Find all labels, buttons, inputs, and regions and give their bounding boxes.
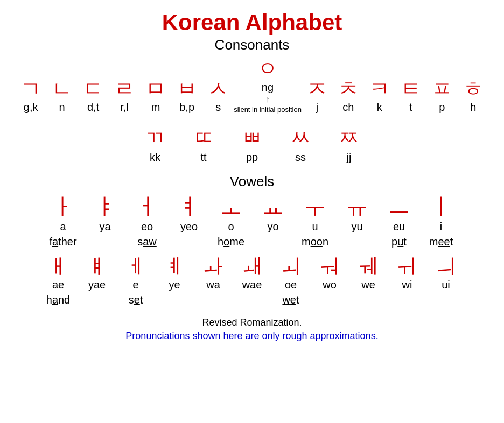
footnote-text: Revised Romanization. bbox=[11, 317, 493, 328]
vowels-row2-section: ㅐ ae ㅒ yae ㅔ e ㅖ ye ㅘ wa bbox=[11, 256, 493, 307]
vowel-eo: ㅓ eo bbox=[126, 194, 168, 233]
example-words-row1: father saw home moon put meet bbox=[11, 236, 493, 248]
consonant-tt: ㄸ tt bbox=[179, 125, 228, 164]
vowel-wae: ㅙ wae bbox=[233, 256, 271, 292]
consonant-gk: ㄱ g,k bbox=[15, 78, 46, 115]
vowel-we: ㅞ we bbox=[349, 256, 388, 292]
consonants-main-grid: ㄱ g,k ㄴ n ㄷ d,t ㄹ r,l ㅁ m ㅂ b,p ㅅ s ㅇ bbox=[11, 58, 493, 114]
consonant-dt: ㄷ d,t bbox=[78, 78, 109, 115]
vowel-wo: ㅝ wo bbox=[310, 256, 349, 292]
vowel-ya: ㅑ ya bbox=[84, 194, 126, 233]
ex-father: father bbox=[42, 236, 84, 248]
vowel-yae: ㅒ yae bbox=[78, 256, 116, 292]
consonant-ng: ㅇ ng ↑ silent in initial position bbox=[234, 58, 302, 114]
vowel-ye: ㅖ ye bbox=[155, 256, 194, 292]
vowel-oe: ㅚ oe bbox=[271, 256, 310, 292]
vowel-e: ㅔ e bbox=[116, 256, 155, 292]
consonant-kk: ㄲ kk bbox=[131, 125, 179, 164]
vowel-eu: ㅡ eu bbox=[378, 194, 420, 233]
consonant-n: ㄴ n bbox=[46, 78, 78, 115]
consonant-ch: ㅊ ch bbox=[333, 78, 364, 115]
consonant-bp: ㅂ b,p bbox=[171, 78, 202, 115]
consonant-p: ㅍ p bbox=[426, 78, 458, 115]
vowel-ui: ㅢ ui bbox=[426, 256, 465, 292]
vowel-yo: ㅛ yo bbox=[252, 194, 294, 233]
page-title: Korean Alphabet bbox=[11, 10, 493, 36]
ex-hand: hand bbox=[39, 294, 78, 306]
footnote-blue-text: Pronunciations shown here are only rough… bbox=[11, 330, 493, 342]
consonants-heading: Consonants bbox=[11, 37, 493, 53]
ex-wet: wet bbox=[271, 294, 310, 306]
vowel-yeo: ㅕ yeo bbox=[168, 194, 210, 233]
consonant-jj: ㅉ jj bbox=[325, 125, 373, 164]
vowel-ae: ㅐ ae bbox=[39, 256, 78, 292]
vowel-wa: ㅘ wa bbox=[194, 256, 233, 292]
ex-moon: moon bbox=[294, 236, 336, 248]
vowels-row2-grid: ㅐ ae ㅒ yae ㅔ e ㅖ ye ㅘ wa bbox=[11, 256, 493, 292]
vowel-wi: ㅟ wi bbox=[388, 256, 426, 292]
vowel-u: ㅜ u bbox=[294, 194, 336, 233]
footnotes-section: Revised Romanization. Pronunciations sho… bbox=[11, 317, 493, 342]
consonant-rl: ㄹ r,l bbox=[109, 78, 140, 115]
vowels-main-grid: ㅏ a ㅑ ya ㅓ eo ㅕ yeo ㅗ o ㅛ yo bbox=[11, 194, 493, 233]
vowel-i: ㅣ i bbox=[420, 194, 462, 233]
extra-consonants-grid: ㄲ kk ㄸ tt ㅃ pp ㅆ ss ㅉ jj bbox=[11, 125, 493, 164]
main-container: Korean Alphabet Consonants ㄱ g,k ㄴ n ㄷ d… bbox=[11, 5, 493, 342]
ex-meet: meet bbox=[420, 236, 462, 248]
ex-set: set bbox=[116, 294, 155, 306]
ex-put: put bbox=[378, 236, 420, 248]
extra-consonants-section: ㄲ kk ㄸ tt ㅃ pp ㅆ ss ㅉ jj bbox=[11, 125, 493, 164]
example-words-row2: hand set wet bbox=[11, 294, 493, 306]
consonant-pp: ㅃ pp bbox=[228, 125, 276, 164]
vowel-o: ㅗ o bbox=[210, 194, 252, 233]
vowels-heading: Vowels bbox=[11, 173, 493, 190]
consonant-k: ㅋ k bbox=[364, 78, 395, 115]
vowels-section: Vowels ㅏ a ㅑ ya ㅓ eo ㅕ yeo ㅗ o bbox=[11, 173, 493, 306]
consonant-h: ㅎ h bbox=[458, 78, 489, 115]
consonant-m: ㅁ m bbox=[140, 78, 171, 115]
consonant-t: ㅌ t bbox=[395, 78, 426, 115]
ex-saw: saw bbox=[126, 236, 168, 248]
vowel-yu: ㅠ yu bbox=[336, 194, 378, 233]
consonant-j: ㅈ j bbox=[302, 78, 333, 115]
vowel-a: ㅏ a bbox=[42, 194, 84, 233]
consonant-s: ㅅ s bbox=[202, 78, 234, 115]
consonant-ss: ㅆ ss bbox=[276, 125, 325, 164]
ex-home: home bbox=[210, 236, 252, 248]
